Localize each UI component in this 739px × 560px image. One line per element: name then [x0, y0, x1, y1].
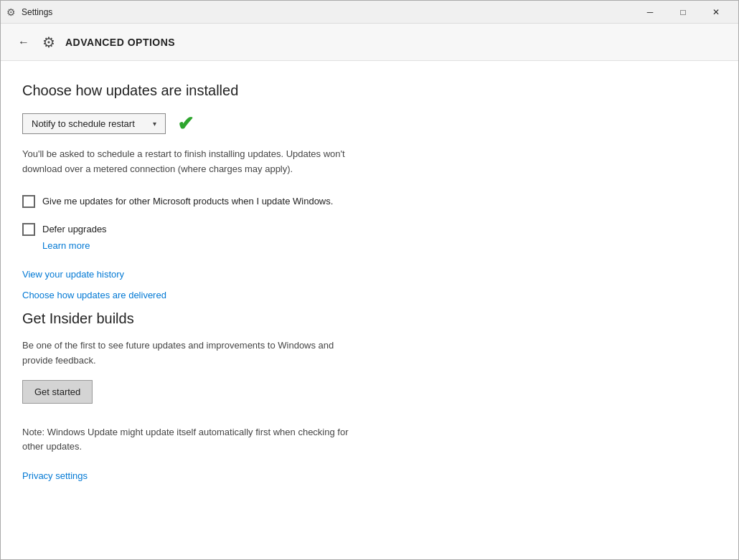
close-button[interactable]: ✕ [700, 1, 733, 24]
minimize-button[interactable]: ─ [634, 1, 667, 24]
choose-delivery-link[interactable]: Choose how updates are delivered [22, 290, 717, 300]
view-update-history-link[interactable]: View your update history [22, 269, 717, 280]
back-button[interactable]: ← [15, 33, 32, 52]
title-bar-controls: ─ □ ✕ [634, 1, 733, 24]
checkmark-icon: ✔ [177, 114, 194, 134]
title-bar: ⚙ Settings ─ □ ✕ [1, 1, 738, 24]
note-text: Note: Windows Update might update itself… [22, 425, 352, 455]
dropdown-row: Notify to schedule restart ▾ ✔ [22, 113, 717, 134]
header-bar: ← ⚙ ADVANCED OPTIONS [1, 24, 738, 61]
chevron-down-icon: ▾ [153, 120, 156, 128]
defer-upgrades-checkbox[interactable] [22, 223, 35, 236]
update-description: You'll be asked to schedule a restart to… [22, 147, 352, 177]
other-products-label: Give me updates for other Microsoft prod… [42, 194, 333, 209]
other-products-checkbox[interactable] [22, 195, 35, 208]
window: ⚙ Settings ─ □ ✕ ← ⚙ ADVANCED OPTIONS Ch… [0, 0, 739, 560]
checkbox1-row: Give me updates for other Microsoft prod… [22, 194, 717, 209]
dropdown-value: Notify to schedule restart [32, 118, 147, 129]
content-area: Choose how updates are installed Notify … [1, 61, 738, 559]
defer-section: Defer upgrades Learn more [22, 222, 717, 252]
section2-title: Get Insider builds [22, 310, 717, 327]
section1-title: Choose how updates are installed [22, 82, 717, 99]
gear-icon: ⚙ [42, 34, 55, 51]
maximize-button[interactable]: □ [667, 1, 700, 24]
defer-upgrades-label: Defer upgrades [42, 224, 107, 234]
insider-description: Be one of the first to see future update… [22, 338, 352, 369]
get-started-button[interactable]: Get started [22, 380, 93, 404]
title-bar-left: ⚙ Settings [6, 6, 634, 18]
page-title: ADVANCED OPTIONS [65, 37, 175, 48]
defer-row: Defer upgrades [22, 222, 717, 236]
update-mode-dropdown[interactable]: Notify to schedule restart ▾ [22, 113, 166, 134]
privacy-settings-link[interactable]: Privacy settings [22, 470, 88, 481]
learn-more-link[interactable]: Learn more [42, 240, 90, 251]
window-title: Settings [22, 7, 52, 17]
settings-icon: ⚙ [6, 6, 16, 18]
